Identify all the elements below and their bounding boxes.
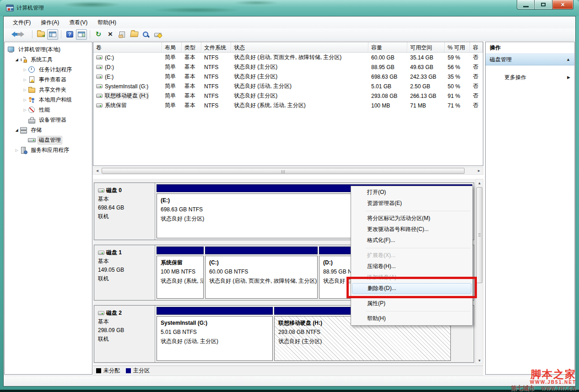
partition-system-reserved[interactable]: 系统保留 100 MB NTFS 状态良好 (系统, 活动, 主分区)	[157, 247, 204, 299]
expander-icon[interactable]	[14, 148, 20, 152]
expander-icon[interactable]	[22, 98, 28, 102]
more-actions-item[interactable]: 更多操作 ▶	[486, 72, 574, 83]
menu-bar: 文件(F) 操作(A) 查看(V) 帮助(H)	[4, 16, 575, 28]
sidebar-item-system-tools[interactable]: 系统工具	[5, 54, 92, 64]
menu-view[interactable]: 查看(V)	[66, 17, 91, 28]
volume-row-g[interactable]: SystemInstall (G:) 简单 基本 NTFS 状态良好 (活动, …	[93, 81, 483, 91]
task-scheduler-icon	[28, 66, 36, 73]
volume-row-c[interactable]: (C:) 简单 基本 NTFS 状态良好 (启动, 页面文件, 故障转储, 主分…	[93, 53, 483, 62]
disk-wizard-button[interactable]	[152, 29, 163, 40]
collapse-icon[interactable]: ▲	[566, 57, 570, 62]
watermark-site-url: WWW.JB51.NET	[511, 380, 576, 385]
watermark-site2-url: WWW.TH7.CN	[541, 387, 576, 391]
volume-row-d[interactable]: (D:) 简单 基本 NTFS 状态良好 (主分区) 88.95 GB 49.6…	[93, 62, 483, 72]
sidebar-item-computer-management[interactable]: 计算机管理(本地)	[5, 44, 92, 54]
back-button[interactable]	[6, 29, 17, 40]
volume-row-e[interactable]: (E:) 简单 基本 NTFS 状态良好 (主分区) 698.63 GB 242…	[93, 72, 483, 81]
find-button[interactable]	[141, 29, 152, 40]
expander-icon[interactable]	[14, 58, 20, 62]
vertical-scrollbar[interactable]: ▲ ▼	[476, 179, 483, 365]
menu-item-change-drive-letter[interactable]: 更改驱动器号和路径(C)...	[352, 224, 471, 235]
open-button[interactable]	[129, 29, 140, 40]
menu-action[interactable]: 操作(A)	[38, 17, 62, 28]
computer-icon	[7, 46, 15, 53]
sidebar-item-device-manager[interactable]: 设备管理器	[5, 115, 92, 125]
minimize-button[interactable]	[517, 0, 535, 10]
partition-context-menu: 打开(O) 资源管理器(E) 将分区标记为活动分区(M) 更改驱动器号和路径(C…	[351, 186, 473, 326]
window-client-area: 文件(F) 操作(A) 查看(V) 帮助(H) 计算机管理(本地)	[3, 16, 576, 387]
delete-icon	[108, 31, 113, 38]
column-header-pct-free[interactable]: % 可用	[445, 42, 470, 52]
menu-file[interactable]: 文件(F)	[10, 17, 34, 28]
horizontal-scrollbar-thumb[interactable]	[102, 168, 465, 174]
local-users-icon	[28, 96, 36, 103]
menu-item-open[interactable]: 打开(O)	[352, 187, 471, 198]
scroll-right-icon[interactable]: ►	[475, 167, 483, 174]
sidebar-item-task-scheduler[interactable]: 任务计划程序	[5, 64, 92, 75]
forward-button[interactable]	[18, 29, 29, 40]
scroll-left-icon[interactable]: ◄	[93, 167, 101, 174]
expander-icon[interactable]	[22, 88, 28, 92]
column-header-type[interactable]: 类型	[182, 42, 201, 52]
partition-g[interactable]: SystemInstall (G:) 5.01 GB NTFS 状态良好 (活动…	[157, 307, 273, 361]
sidebar-item-event-viewer[interactable]: 事件查看器	[5, 75, 92, 85]
column-header-filesystem[interactable]: 文件系统	[201, 42, 231, 52]
scroll-down-icon[interactable]: ▼	[476, 357, 483, 364]
column-header-capacity[interactable]: 容量	[368, 42, 407, 52]
system-tools-icon	[20, 56, 27, 63]
disk-management-group-header[interactable]: 磁盘管理 ▲	[486, 54, 574, 65]
menu-item-explorer[interactable]: 资源管理器(E)	[352, 198, 471, 209]
toolbar-separator	[32, 30, 32, 38]
app-icon	[6, 5, 14, 11]
column-header-fault-tolerance[interactable]: 容	[470, 42, 483, 52]
close-button[interactable]: ×	[552, 0, 574, 10]
sidebar-item-services-applications[interactable]: 服务和应用程序	[5, 145, 92, 155]
expander-icon[interactable]	[22, 78, 28, 82]
delete-button[interactable]	[105, 29, 116, 40]
sidebar-item-storage[interactable]: 存储	[5, 125, 92, 135]
title-bar[interactable]: 计算机管理 ×	[0, 0, 579, 16]
vertical-scrollbar-thumb[interactable]	[476, 187, 482, 283]
menu-item-mark-active[interactable]: 将分区标记为活动分区(M)	[352, 213, 471, 224]
sidebar-item-disk-management[interactable]: 磁盘管理	[5, 135, 92, 145]
refresh-button[interactable]	[93, 29, 104, 40]
disk-0-label[interactable]: 磁盘 0 基本 698.64 GB 联机	[94, 183, 155, 240]
show-action-pane-button[interactable]	[76, 29, 87, 40]
expander-icon[interactable]	[22, 68, 28, 72]
disk-2-label[interactable]: 磁盘 2 基本 298.09 GB 联机	[94, 306, 155, 362]
horizontal-scrollbar[interactable]: ◄ ►	[93, 167, 483, 175]
disk-1-label[interactable]: 磁盘 1 基本 149.05 GB 联机	[94, 245, 155, 300]
export-list-button[interactable]	[35, 29, 46, 40]
volume-row-system-reserved[interactable]: 系统保留 简单 基本 NTFS 状态良好 (系统, 活动, 主分区) 100 M…	[93, 101, 483, 110]
column-header-layout[interactable]: 布局	[162, 42, 182, 52]
column-header-volume[interactable]: 卷	[93, 42, 162, 52]
watermark-site2-name: 第七城市	[511, 385, 535, 391]
menu-item-shrink-volume[interactable]: 压缩卷(H)...	[352, 261, 471, 272]
volume-list-header: 卷 布局 类型 文件系统 状态 容量 可用空间 % 可用 容	[93, 42, 483, 53]
menu-item-help[interactable]: 帮助(H)	[352, 313, 471, 324]
scroll-up-icon[interactable]: ▲	[476, 179, 483, 187]
expander-icon[interactable]	[22, 108, 28, 112]
partition-legend: 未分配 主分区	[93, 365, 483, 376]
console-tree: 计算机管理(本地) 系统工具 任务计划程序 事件查看器 共享文件夹	[4, 42, 92, 375]
sidebar-item-shared-folders[interactable]: 共享文件夹	[5, 85, 92, 95]
partition-c[interactable]: (C:) 60.00 GB NTFS 状态良好 (启动, 页面文件, 故障转储,…	[205, 247, 318, 299]
column-header-status[interactable]: 状态	[231, 42, 368, 52]
volume-row-h[interactable]: 联想移动硬盘 (H:) 简单 基本 NTFS 状态良好 (主分区) 293.08…	[93, 91, 483, 101]
sidebar-item-local-users[interactable]: 本地用户和组	[5, 95, 92, 105]
show-console-tree-button[interactable]	[47, 29, 58, 40]
help-button[interactable]	[64, 29, 75, 40]
menu-item-properties[interactable]: 属性(P)	[352, 298, 471, 309]
disk-icon	[98, 188, 104, 193]
menu-help[interactable]: 帮助(H)	[94, 17, 119, 28]
menu-item-format[interactable]: 格式化(F)...	[352, 235, 471, 246]
back-icon	[9, 32, 15, 37]
unallocated-swatch	[96, 368, 101, 373]
sidebar-item-performance[interactable]: 性能	[5, 105, 92, 115]
maximize-button[interactable]	[535, 0, 552, 10]
volume-icon	[96, 84, 103, 88]
menu-item-extend-volume: 扩展卷(X)...	[352, 250, 471, 261]
properties-button[interactable]	[117, 29, 128, 40]
column-header-free-space[interactable]: 可用空间	[407, 42, 445, 52]
expander-icon[interactable]	[14, 128, 20, 132]
